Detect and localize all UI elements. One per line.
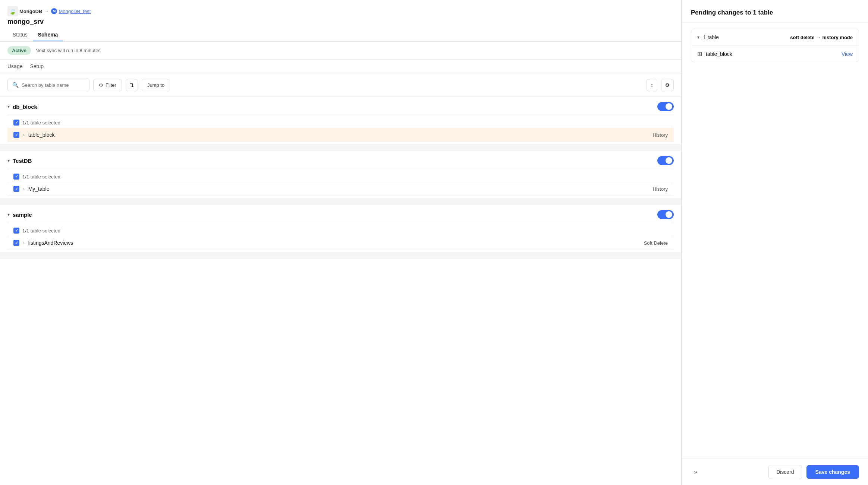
status-badge: Active [7,46,31,55]
table-section-sample: 1/1 table selected › listingsAndReviews … [7,223,674,252]
instance-name: mongo_srv [7,18,674,26]
breadcrumb: 🍃 MongoDB → M MongoDB_test [7,6,674,16]
spacer-2 [0,198,681,205]
breadcrumb-arrow: → [44,9,49,14]
chevron-down-icon-pending[interactable]: ▾ [697,35,699,40]
toggle-testdb[interactable] [657,156,674,165]
table-mode-listings: Soft Delete [644,240,668,246]
expand-icon-table_block[interactable]: › [23,133,25,137]
search-box[interactable]: 🔍 [7,79,89,91]
pending-count: 1 table [703,34,719,40]
adjust-icon-button[interactable]: ⇅ [126,79,138,91]
jump-to-button[interactable]: Jump to [142,79,170,91]
sort-button[interactable]: ↕ [647,79,657,91]
table-mode-my_table: History [653,186,668,192]
right-panel: Pending changes to 1 table ▾ 1 table sof… [682,0,868,485]
discard-button[interactable]: Discard [768,465,802,479]
right-content: ▾ 1 table soft delete → history mode ⊞ t… [682,23,868,459]
tab-schema[interactable]: Schema [33,29,63,41]
selected-info-testdb: 1/1 table selected [7,171,674,182]
tab-status[interactable]: Status [7,29,33,41]
db-name-sample: sample [13,212,32,218]
left-panel: 🍃 MongoDB → M MongoDB_test mongo_srv Sta… [0,0,682,485]
db-name-db_block: db_block [13,104,37,110]
collapse-button[interactable]: » [691,466,700,478]
pending-mode-label: soft delete → history mode [790,35,853,40]
nav-tabs: Status Schema [7,29,674,41]
table-name-table_block: table_block [28,132,55,138]
chevron-down-icon-sample[interactable]: ▾ [7,212,10,217]
sort-icon: ↕ [651,82,653,88]
checkbox-table_block[interactable] [13,132,19,138]
header: 🍃 MongoDB → M MongoDB_test mongo_srv Sta… [0,0,681,42]
pending-item-name: table_block [706,51,732,57]
save-changes-button[interactable]: Save changes [806,465,859,479]
filter-button[interactable]: ⚙ Filter [93,79,122,91]
gear-icon: ⚙ [665,82,670,88]
sub-tabs: Usage Setup [0,60,681,73]
sync-text: Next sync will run in 8 minutes [35,48,101,53]
db-group-header-db_block: ▾ db_block [7,97,674,115]
mongo-logo: 🍃 MongoDB [7,6,42,16]
db-name-testdb: TestDB [13,158,32,164]
table-row-listings[interactable]: › listingsAndReviews Soft Delete [7,236,674,250]
tab-usage[interactable]: Usage [7,60,22,73]
right-panel-title: Pending changes to 1 table [682,0,868,23]
svg-text:🍃: 🍃 [9,8,16,15]
status-bar: Active Next sync will run in 8 minutes [0,42,681,60]
filter-icon: ⚙ [99,82,103,88]
db-group-header-testdb: ▾ TestDB [7,151,674,169]
checkbox-sample[interactable] [13,228,19,234]
checkbox-listings[interactable] [13,240,19,246]
table-name-listings: listingsAndReviews [28,240,73,246]
table-name-my_table: My_table [28,186,50,192]
chevron-down-icon[interactable]: ▾ [7,104,10,109]
pending-header: ▾ 1 table soft delete → history mode [691,29,859,45]
search-input[interactable] [22,82,85,88]
service-name: MongoDB [19,9,42,14]
selected-info-sample: 1/1 table selected [7,225,674,236]
checkbox-testdb[interactable] [13,174,19,180]
toggle-db_block[interactable] [657,102,674,111]
breadcrumb-link[interactable]: M MongoDB_test [51,8,91,14]
db-group-header-sample: ▾ sample [7,205,674,223]
table-row-table_block[interactable]: › table_block History [7,128,674,142]
mongodb-icon: 🍃 [7,6,18,16]
adjust-icon: ⇅ [130,82,134,88]
view-link[interactable]: View [842,51,853,57]
settings-button[interactable]: ⚙ [661,79,674,91]
db-group-testdb: ▾ TestDB 1/1 table selected › My_table H… [7,151,674,198]
table-mode-table_block: History [653,132,668,138]
db-icon: M [51,8,57,14]
pending-item-table_block: ⊞ table_block View [691,45,859,62]
toggle-sample[interactable] [657,210,674,219]
table-row-my_table[interactable]: › My_table History [7,182,674,196]
db-group-db_block: ▾ db_block 1/1 table selected › table_bl… [7,97,674,144]
chevron-down-icon-testdb[interactable]: ▾ [7,158,10,163]
expand-icon-my_table[interactable]: › [23,187,25,191]
table-section-db_block: 1/1 table selected › table_block History [7,115,674,144]
toolbar: 🔍 ⚙ Filter ⇅ Jump to ↕ ⚙ [0,73,681,97]
table-section-testdb: 1/1 table selected › My_table History [7,169,674,198]
spacer-1 [0,144,681,151]
selected-info-db_block: 1/1 table selected [7,117,674,128]
spacer-3 [0,252,681,259]
checkbox-db_block[interactable] [13,120,19,126]
right-footer: » Discard Save changes [682,459,868,485]
pending-section: ▾ 1 table soft delete → history mode ⊞ t… [691,29,859,62]
checkbox-my_table[interactable] [13,186,19,192]
expand-icon-listings[interactable]: › [23,241,25,245]
search-icon: 🔍 [12,82,19,88]
tab-setup[interactable]: Setup [30,60,44,73]
table-grid-icon: ⊞ [697,50,702,57]
content-area: ▾ db_block 1/1 table selected › table_bl… [0,97,681,485]
db-group-sample: ▾ sample 1/1 table selected › listingsAn… [7,205,674,252]
